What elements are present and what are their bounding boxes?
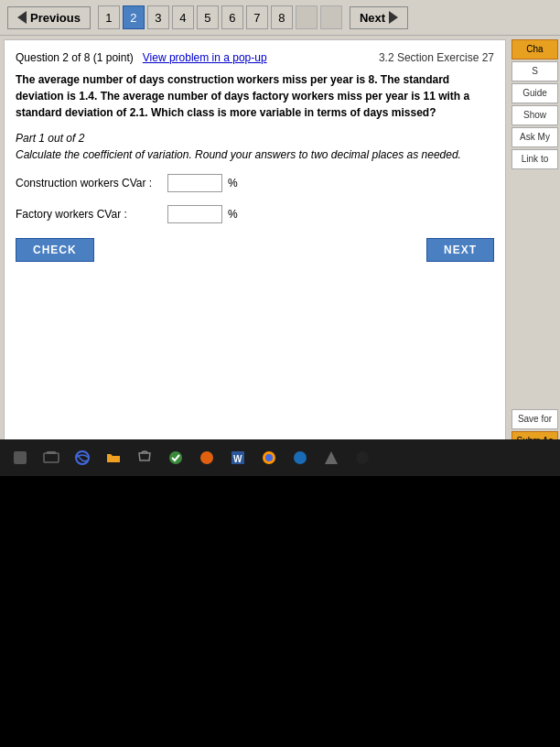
cha-button[interactable]: Cha (512, 39, 558, 60)
factory-percent: % (228, 208, 238, 221)
page-blank-2 (320, 5, 342, 29)
prev-button[interactable]: Previous (7, 6, 91, 29)
taskbar-icon-ie[interactable] (70, 445, 95, 471)
taskbar-icon-blue-circle[interactable] (287, 445, 313, 471)
next-label: Next (360, 11, 385, 25)
svg-rect-1 (44, 453, 59, 462)
taskbar-icon-1[interactable] (7, 445, 33, 471)
question-number: Question 2 of 8 (1 point) (16, 51, 134, 64)
page-3[interactable]: 3 (147, 5, 169, 29)
instruction: Calculate the coefficient of variation. … (16, 148, 494, 161)
svg-point-12 (356, 451, 369, 464)
svg-point-4 (169, 451, 182, 464)
taskbar: W (0, 439, 560, 476)
next-action-button[interactable]: NEXT (426, 238, 494, 262)
construction-row: Construction workers CVar : % (16, 174, 494, 192)
taskbar-icon-green[interactable] (163, 445, 188, 471)
construction-input[interactable] (167, 174, 222, 192)
page-7[interactable]: 7 (246, 5, 268, 29)
question-area: Question 2 of 8 (1 point) View problem i… (4, 39, 506, 462)
check-button[interactable]: CHECK (16, 238, 94, 262)
construction-label: Construction workers CVar : (16, 177, 162, 189)
svg-point-9 (265, 454, 273, 461)
svg-point-3 (76, 451, 89, 464)
taskbar-icon-dark[interactable] (350, 445, 375, 471)
page-1[interactable]: 1 (98, 5, 120, 29)
svg-point-5 (200, 451, 213, 464)
taskbar-icon-folder[interactable] (101, 445, 126, 471)
page-numbers: 1 2 3 4 5 6 7 8 (98, 5, 342, 29)
s-button[interactable]: S (512, 61, 558, 81)
svg-rect-2 (47, 451, 56, 454)
black-area (0, 513, 560, 747)
view-popup-link[interactable]: View problem in a pop-up (143, 51, 267, 64)
taskbar-icon-orange[interactable] (194, 445, 220, 471)
page-5[interactable]: 5 (197, 5, 219, 29)
next-arrow-icon (389, 11, 398, 24)
factory-input[interactable] (167, 205, 222, 223)
svg-text:W: W (233, 454, 242, 464)
main-content: Question 2 of 8 (1 point) View problem i… (0, 36, 560, 466)
taskbar-icon-shopping[interactable] (132, 445, 157, 471)
question-info: Question 2 of 8 (1 point) View problem i… (16, 51, 267, 64)
factory-label: Factory workers CVar : (16, 208, 162, 221)
page-4[interactable]: 4 (172, 5, 194, 29)
page-8[interactable]: 8 (271, 5, 293, 29)
svg-marker-11 (325, 451, 338, 464)
part-label: Part 1 out of 2 (16, 132, 494, 145)
page-blank-1 (296, 5, 318, 29)
section-ref: 3.2 Section Exercise 27 (379, 51, 494, 64)
taskbar-icon-firefox[interactable] (256, 445, 282, 471)
button-row: CHECK NEXT (16, 238, 494, 262)
svg-rect-0 (14, 451, 27, 464)
question-header: Question 2 of 8 (1 point) View problem i… (16, 51, 494, 64)
prev-label: Previous (30, 11, 81, 25)
show-button[interactable]: Show (512, 105, 558, 125)
page-2[interactable]: 2 (123, 5, 145, 29)
save-button[interactable]: Save for (512, 409, 558, 429)
factory-row: Factory workers CVar : % (16, 205, 494, 223)
taskbar-icon-2[interactable] (38, 445, 64, 471)
construction-percent: % (228, 177, 238, 189)
question-text: The average number of days construction … (16, 71, 494, 121)
next-button[interactable]: Next (350, 6, 408, 29)
svg-point-10 (294, 451, 307, 464)
ask-button[interactable]: Ask My (512, 127, 558, 147)
taskbar-icon-arrow[interactable] (318, 445, 344, 471)
right-panel: Cha S Guide Show Ask My Link to Save for… (510, 36, 560, 466)
page-6[interactable]: 6 (221, 5, 243, 29)
taskbar-icon-word[interactable]: W (225, 445, 251, 471)
guide-button[interactable]: Guide (512, 83, 558, 103)
prev-arrow-icon (17, 11, 27, 24)
nav-bar: Previous 1 2 3 4 5 6 7 8 Next (0, 0, 560, 36)
link-button[interactable]: Link to (512, 149, 558, 169)
